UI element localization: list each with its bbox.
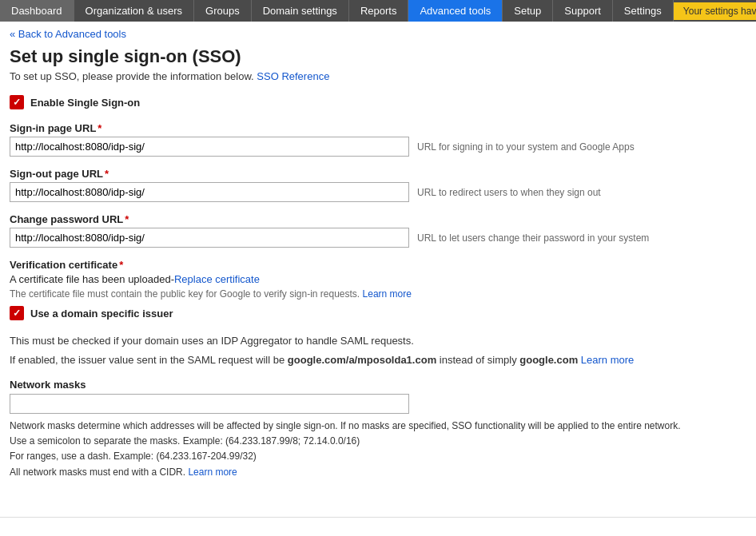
cert-note: The certificate file must contain the pu… xyxy=(10,288,746,300)
page-title: Set up single sign-on (SSO) xyxy=(10,46,746,67)
sign-out-url-section: Sign-out page URL* URL to redirect users… xyxy=(10,168,746,202)
domain-issuer-label: Use a domain specific issuer xyxy=(30,308,173,320)
cert-info: A certificate file has been uploaded-Rep… xyxy=(10,273,746,285)
nav-dashboard[interactable]: Dashboard xyxy=(0,0,74,22)
main-nav: Dashboard Organization & users Groups Do… xyxy=(0,0,756,22)
sign-in-url-label: Sign-in page URL* xyxy=(10,122,746,134)
enable-sso-row: ✓ Enable Single Sign-on xyxy=(10,95,746,109)
sign-in-url-section: Sign-in page URL* URL for signing in to … xyxy=(10,122,746,157)
change-password-url-label: Change password URL* xyxy=(10,213,746,225)
nav-settings[interactable]: Settings xyxy=(613,0,674,22)
sso-reference-link[interactable]: SSO Reference xyxy=(257,70,329,82)
main-content: Set up single sign-on (SSO) To set up SS… xyxy=(0,46,756,504)
breadcrumb: « Back to Advanced tools xyxy=(0,22,756,46)
sign-in-url-input[interactable] xyxy=(10,137,409,157)
sign-out-url-label: Sign-out page URL* xyxy=(10,168,746,180)
page-subtitle: To set up SSO, please provide the inform… xyxy=(10,70,746,82)
enable-sso-check-icon: ✓ xyxy=(10,95,24,109)
sign-out-url-hint: URL to redirect users to when they sign … xyxy=(417,187,601,198)
domain-issuer-text1: This must be checked if your domain uses… xyxy=(10,333,746,349)
nav-org-users[interactable]: Organization & users xyxy=(74,0,194,22)
network-learn-more-link[interactable]: Learn more xyxy=(188,467,237,478)
cert-learn-more-link[interactable]: Learn more xyxy=(363,288,412,300)
nav-support[interactable]: Support xyxy=(553,0,613,22)
replace-certificate-link[interactable]: Replace certificate xyxy=(174,273,260,285)
domain-issuer-simple: google.com xyxy=(519,354,578,366)
sign-out-url-input[interactable] xyxy=(10,182,409,202)
sign-in-url-hint: URL for signing in to your system and Go… xyxy=(417,141,635,153)
change-password-url-section: Change password URL* URL to let users ch… xyxy=(10,213,746,248)
domain-issuer-check-icon: ✓ xyxy=(10,306,24,320)
cert-label: Verification certificate* xyxy=(10,259,746,271)
network-masks-note: Network masks determine which addresses … xyxy=(10,419,746,480)
nav-groups[interactable]: Groups xyxy=(194,0,252,22)
saved-banner: Your settings have been saved. xyxy=(674,2,756,20)
change-password-url-input[interactable] xyxy=(10,228,409,248)
back-link[interactable]: « Back to Advanced tools xyxy=(10,28,126,40)
nav-domain-settings[interactable]: Domain settings xyxy=(252,0,349,22)
nav-advanced-tools[interactable]: Advanced tools xyxy=(408,0,503,22)
network-masks-label: Network masks xyxy=(10,379,746,391)
domain-issuer-text2: If enabled, the issuer value sent in the… xyxy=(10,352,746,368)
domain-issuer-section: ✓ Use a domain specific issuer This must… xyxy=(10,306,746,367)
button-row: Save changes Cancel xyxy=(0,530,756,536)
nav-setup[interactable]: Setup xyxy=(503,0,553,22)
network-masks-section: Network masks Network masks determine wh… xyxy=(10,379,746,480)
enable-sso-label: Enable Single Sign-on xyxy=(30,97,140,109)
domain-issuer-learn-more-link[interactable]: Learn more xyxy=(581,354,634,366)
network-masks-input[interactable] xyxy=(10,394,409,414)
domain-issuer-domain: google.com/a/mposolda1.com xyxy=(288,354,436,366)
change-password-url-hint: URL to let users change their password i… xyxy=(417,232,649,244)
nav-reports[interactable]: Reports xyxy=(349,0,409,22)
verification-cert-section: Verification certificate* A certificate … xyxy=(10,259,746,300)
